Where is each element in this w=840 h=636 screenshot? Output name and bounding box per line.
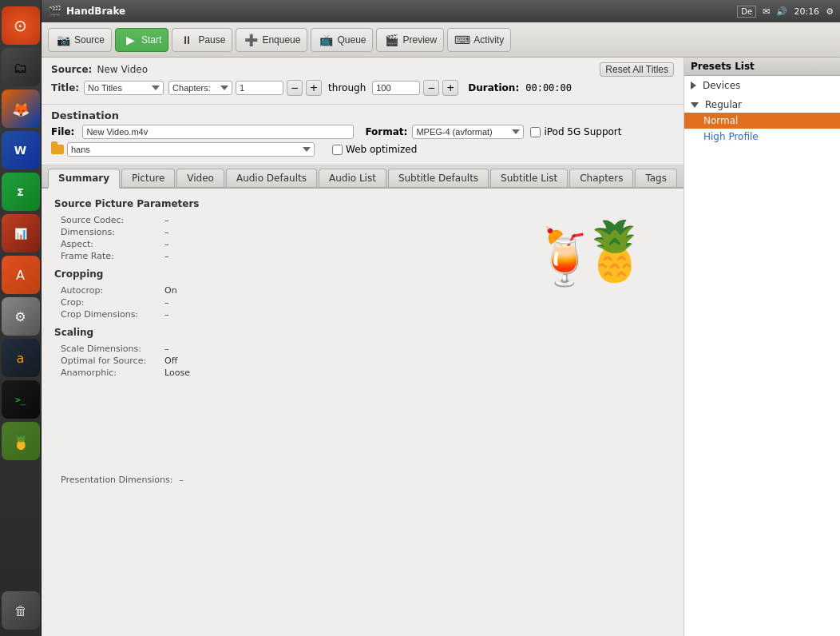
taskbar-handbrake[interactable]: 🍍	[2, 422, 40, 460]
toolbar: 📷 Source ▶ Start ⏸ Pause ➕ Enqueue 📺 Que…	[42, 22, 840, 58]
param-autocrop: Autocrop: On	[54, 284, 495, 296]
taskbar-app-installer[interactable]: A	[2, 256, 40, 294]
tab-summary[interactable]: Summary	[48, 169, 120, 189]
source-button[interactable]: 📷 Source	[48, 28, 112, 52]
tab-subtitle-list[interactable]: Subtitle List	[490, 169, 568, 187]
param-crop: Crop: –	[54, 296, 495, 308]
ipod-support-label: iPod 5G Support	[544, 126, 621, 137]
handbrake-window: 🎬 HandBrake De ✉ 🔊 20:16 ⚙ 📷 Source ▶ St…	[42, 0, 840, 636]
scaling-section: Scaling	[54, 327, 495, 338]
cropping-section: Cropping	[54, 268, 495, 280]
tabs-bar: Summary Picture Video Audio Defaults Aud…	[42, 165, 683, 189]
queue-icon: 📺	[318, 32, 334, 48]
presets-header: Presets List	[684, 58, 840, 76]
param-scale-dimensions: Scale Dimensions: –	[54, 343, 495, 355]
chapter-end-minus[interactable]: −	[423, 80, 439, 96]
taskbar-writer[interactable]: W	[2, 131, 40, 169]
tab-content-summary: Source Picture Parameters Source Codec: …	[42, 189, 683, 636]
ipod-support-checkbox[interactable]	[530, 127, 541, 137]
chapter-start-input[interactable]	[236, 81, 283, 95]
source-picture-section: Source Picture Parameters	[54, 198, 495, 209]
param-framerate: Frame Rate: –	[54, 250, 495, 262]
taskbar-impress[interactable]: 📊	[2, 214, 40, 252]
tab-audio-list[interactable]: Audio List	[319, 169, 386, 187]
source-label: Source:	[51, 64, 92, 75]
taskbar-amazon[interactable]: a	[2, 339, 40, 377]
title-bar: 🎬 HandBrake De ✉ 🔊 20:16 ⚙	[42, 0, 840, 22]
activity-icon: ⌨	[454, 32, 470, 48]
collapse-devices-icon	[691, 81, 696, 89]
enqueue-button[interactable]: ➕ Enqueue	[236, 28, 307, 52]
folder-select[interactable]: hans	[67, 142, 315, 157]
chapter-end-plus[interactable]: +	[442, 80, 458, 96]
preset-group-devices-label: Devices	[703, 80, 740, 91]
chapter-end-input[interactable]	[372, 81, 420, 95]
chapter-start-plus[interactable]: +	[306, 80, 322, 96]
taskbar-ubuntu[interactable]: ⊙	[2, 6, 40, 45]
reset-all-titles-button[interactable]: Reset All Titles	[600, 62, 674, 77]
source-icon: 📷	[55, 32, 71, 48]
titlebar-time: 20:16	[794, 6, 819, 17]
taskbar: ⊙ 🗂 🦊 W Σ 📊 A ⚙ a >_ 🍍 🗑	[0, 0, 42, 636]
destination-title: Destination	[51, 109, 674, 121]
preview-area: 🍍 🍹	[511, 198, 671, 626]
mascot-image: 🍍 🍹	[531, 214, 651, 334]
start-button[interactable]: ▶ Start	[115, 28, 168, 52]
preview-button[interactable]: 🎬 Preview	[376, 28, 444, 52]
preset-group-devices: Devices	[684, 76, 840, 95]
pause-button[interactable]: ⏸ Pause	[172, 28, 232, 52]
preset-group-regular-header[interactable]: Regular	[684, 97, 840, 113]
taskbar-firefox[interactable]: 🦊	[2, 89, 40, 128]
title-select[interactable]: No Titles	[84, 81, 164, 95]
taskbar-system-settings[interactable]: ⚙	[2, 297, 40, 336]
tab-audio-defaults[interactable]: Audio Defaults	[226, 169, 317, 187]
titlebar-icon-sound: 🔊	[776, 6, 787, 17]
presentation-dimensions-value: –	[180, 475, 184, 485]
format-select[interactable]: MPEG-4 (avformat)	[412, 125, 524, 139]
tab-subtitle-defaults[interactable]: Subtitle Defaults	[388, 169, 489, 187]
param-optimal: Optimal for Source: Off	[54, 355, 495, 367]
title-label: Title:	[51, 82, 79, 93]
taskbar-terminal[interactable]: >_	[2, 380, 40, 419]
start-icon: ▶	[122, 32, 138, 48]
preset-normal[interactable]: Normal	[684, 113, 840, 129]
param-codec: Source Codec: –	[54, 214, 495, 226]
chapter-start-minus[interactable]: −	[287, 80, 303, 96]
taskbar-calc[interactable]: Σ	[2, 173, 40, 211]
preset-group-regular: Regular Normal High Profile	[684, 95, 840, 146]
format-label: Format:	[365, 126, 407, 137]
pause-icon: ⏸	[179, 32, 195, 48]
source-value: New Video	[97, 64, 148, 75]
expand-regular-icon	[691, 102, 699, 108]
summary-params: Source Picture Parameters Source Codec: …	[54, 198, 495, 626]
file-input[interactable]	[82, 125, 354, 139]
tab-video[interactable]: Video	[176, 169, 224, 187]
chapters-select[interactable]: Chapters:	[168, 81, 232, 95]
param-anamorphic: Anamorphic: Loose	[54, 367, 495, 379]
web-optimized-label: Web optimized	[346, 144, 417, 155]
activity-button[interactable]: ⌨ Activity	[447, 28, 511, 52]
titlebar-icon-mail: ✉	[763, 6, 770, 17]
tab-picture[interactable]: Picture	[121, 169, 175, 187]
destination-area: Destination File: Format: MPEG-4 (avform…	[42, 105, 683, 165]
presets-sidebar: Presets List Devices Regular Normal High…	[683, 58, 840, 636]
preset-group-devices-header[interactable]: Devices	[684, 78, 840, 93]
preset-group-regular-label: Regular	[705, 99, 742, 110]
preview-icon: 🎬	[383, 32, 399, 48]
tab-tags[interactable]: Tags	[635, 169, 677, 187]
taskbar-trash[interactable]: 🗑	[2, 591, 40, 630]
app-logo-icon: 🎬	[48, 5, 61, 18]
param-aspect: Aspect: –	[54, 238, 495, 250]
presentation-dimensions-label: Presentation Dimensions:	[61, 475, 173, 485]
preset-high-profile[interactable]: High Profile	[684, 129, 840, 145]
source-area: Source: New Video Reset All Titles Title…	[42, 58, 683, 105]
queue-button[interactable]: 📺 Queue	[311, 28, 373, 52]
titlebar-icon-settings: ⚙	[826, 6, 834, 17]
taskbar-files[interactable]: 🗂	[2, 48, 40, 86]
folder-icon	[51, 145, 64, 154]
duration-label: Duration:	[468, 82, 519, 93]
param-crop-dimensions: Crop Dimensions: –	[54, 308, 495, 320]
tab-chapters[interactable]: Chapters	[569, 169, 633, 187]
web-optimized-checkbox[interactable]	[332, 145, 343, 155]
app-title: HandBrake	[66, 6, 125, 17]
